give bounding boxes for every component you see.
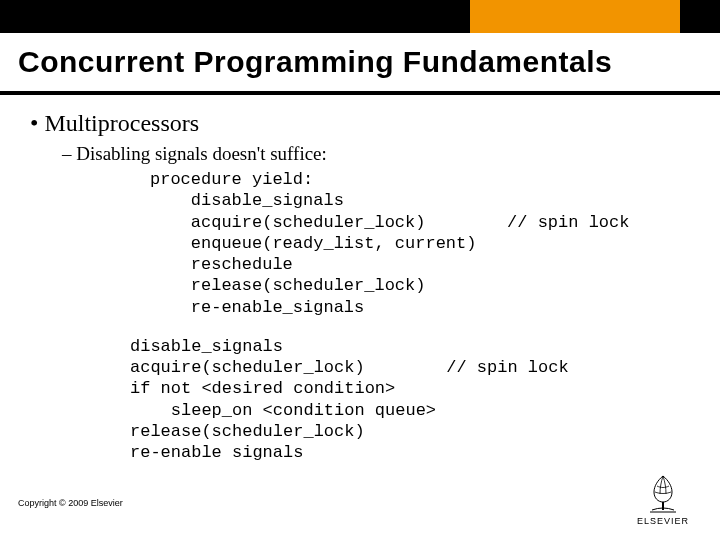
tree-icon	[640, 470, 686, 514]
bullet-level2: Disabling signals doesn't suffice:	[62, 143, 700, 165]
header-bar-orange	[470, 0, 680, 33]
content-area: Multiprocessors Disabling signals doesn'…	[30, 110, 700, 463]
title-container: Concurrent Programming Fundamentals	[0, 33, 720, 95]
logo-label: ELSEVIER	[630, 516, 696, 526]
copyright-text: Copyright © 2009 Elsevier	[18, 498, 123, 508]
code-block-2: disable_signals acquire(scheduler_lock) …	[130, 336, 700, 464]
page-title: Concurrent Programming Fundamentals	[18, 45, 702, 79]
bullet-level1: Multiprocessors	[30, 110, 700, 137]
code-block-1: procedure yield: disable_signals acquire…	[150, 169, 700, 318]
elsevier-logo: ELSEVIER	[630, 470, 696, 526]
